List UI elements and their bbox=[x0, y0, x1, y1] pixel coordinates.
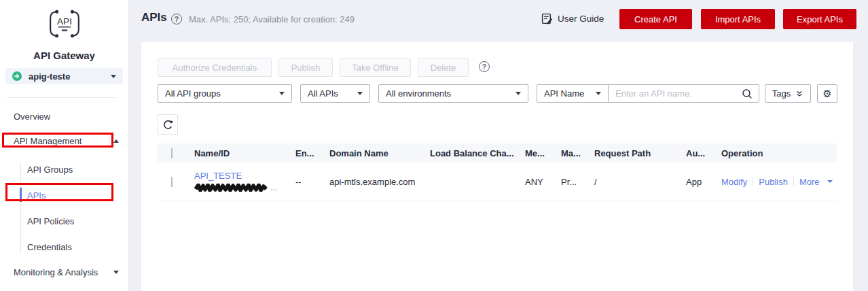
op-separator bbox=[793, 177, 794, 186]
row-domain: api-mtls.example.com bbox=[324, 177, 424, 187]
chevron-down-icon bbox=[357, 92, 363, 95]
sidebar-item-api-policies[interactable]: API Policies bbox=[27, 216, 119, 227]
delete-button[interactable]: Delete bbox=[418, 58, 469, 77]
col-header-env: En... bbox=[290, 148, 324, 158]
quota-text: Max. APIs: 250; Available for creation: … bbox=[189, 14, 355, 24]
op-separator bbox=[753, 177, 753, 186]
environment-filter-select[interactable]: All environments bbox=[378, 84, 528, 103]
document-pen-icon bbox=[541, 13, 553, 24]
tags-button[interactable]: Tags bbox=[765, 84, 811, 103]
export-apis-button[interactable]: Export APIs bbox=[783, 9, 856, 29]
help-icon[interactable]: ? bbox=[479, 61, 490, 72]
redacted-id-ellipsis: ... bbox=[270, 183, 277, 192]
sidebar-divider bbox=[7, 97, 116, 98]
api-table: Name/ID En... Domain Name Load Balance C… bbox=[158, 143, 837, 201]
double-chevron-down-icon bbox=[795, 90, 803, 98]
search-input[interactable] bbox=[609, 85, 742, 102]
instance-name: apig-teste bbox=[29, 71, 70, 82]
sidebar-title: API Gateway bbox=[0, 50, 128, 61]
col-header-name-id: Name/ID bbox=[189, 148, 290, 158]
search-combo: API Name bbox=[537, 84, 759, 103]
chevron-up-icon bbox=[113, 139, 119, 143]
row-env: -- bbox=[290, 177, 324, 187]
api-type-filter-select[interactable]: All APIs bbox=[300, 84, 370, 103]
sidebar-item-overview[interactable]: Overview bbox=[14, 111, 119, 122]
chevron-down-icon bbox=[113, 271, 119, 274]
table-header-row: Name/ID En... Domain Name Load Balance C… bbox=[158, 143, 837, 162]
search-icon[interactable] bbox=[742, 85, 759, 102]
refresh-icon bbox=[162, 119, 174, 131]
sidebar-item-api-management[interactable]: API Management bbox=[14, 135, 119, 147]
instance-selector[interactable]: apig-teste bbox=[5, 68, 123, 84]
content-card: Authorize Credentials Publish Take Offli… bbox=[141, 42, 853, 291]
row-request-path: / bbox=[589, 177, 681, 187]
row-auth: App bbox=[681, 177, 716, 187]
chevron-down-icon bbox=[279, 92, 285, 95]
sidebar-item-credentials[interactable]: Credentials bbox=[27, 241, 119, 253]
sidebar-item-monitoring[interactable]: Monitoring & Analysis bbox=[14, 267, 119, 278]
redacted-id-scribble bbox=[194, 184, 269, 192]
take-offline-button[interactable]: Take Offline bbox=[340, 58, 411, 77]
table-row: API_TESTE ... -- api-mtls.example.com AN… bbox=[158, 162, 837, 201]
row-matching: Pr... bbox=[556, 177, 589, 187]
active-item-indicator bbox=[20, 188, 22, 202]
search-field-select[interactable]: API Name bbox=[537, 85, 609, 102]
col-header-load-balance: Load Balance Cha... bbox=[424, 148, 520, 158]
api-name-link[interactable]: API_TESTE bbox=[194, 171, 290, 181]
chevron-down-icon bbox=[596, 92, 601, 95]
chevron-down-icon bbox=[827, 180, 833, 183]
api-gateway-console: API API Gateway apig-teste Overview API … bbox=[0, 0, 868, 291]
api-gateway-logo-icon: API bbox=[0, 7, 128, 41]
col-header-auth: Au... bbox=[681, 148, 716, 158]
modify-link[interactable]: Modify bbox=[721, 177, 747, 187]
import-apis-button[interactable]: Import APIs bbox=[701, 9, 775, 29]
user-guide-link[interactable]: User Guide bbox=[541, 13, 604, 24]
col-header-request-path: Request Path bbox=[589, 148, 681, 158]
sidebar-item-api-groups[interactable]: API Groups bbox=[27, 164, 119, 175]
api-group-filter-select[interactable]: All API groups bbox=[158, 84, 292, 103]
row-checkbox[interactable] bbox=[171, 177, 173, 187]
chevron-down-icon bbox=[516, 92, 521, 95]
page-title: APIs bbox=[141, 11, 167, 24]
row-method: ANY bbox=[520, 177, 556, 187]
col-header-operation: Operation bbox=[716, 148, 837, 158]
help-icon[interactable]: ? bbox=[171, 14, 182, 24]
nav-tree-line bbox=[20, 162, 21, 253]
settings-button[interactable]: ⚙ bbox=[817, 84, 837, 103]
authorize-credentials-button[interactable]: Authorize Credentials bbox=[158, 58, 272, 77]
refresh-button[interactable] bbox=[158, 114, 178, 135]
create-api-button[interactable]: Create API bbox=[619, 9, 692, 29]
instance-status-icon bbox=[12, 71, 22, 81]
sidebar: API API Gateway apig-teste Overview API … bbox=[0, 0, 129, 291]
chevron-down-icon bbox=[111, 75, 116, 78]
select-all-checkbox[interactable] bbox=[171, 148, 173, 158]
col-header-method: Me... bbox=[520, 148, 556, 158]
more-link[interactable]: More bbox=[799, 177, 820, 187]
gear-icon: ⚙ bbox=[822, 88, 831, 100]
publish-link[interactable]: Publish bbox=[759, 177, 788, 187]
col-header-domain: Domain Name bbox=[324, 148, 424, 158]
publish-button[interactable]: Publish bbox=[278, 58, 333, 77]
svg-text:API: API bbox=[57, 16, 72, 27]
sidebar-item-apis[interactable]: APIs bbox=[27, 190, 119, 201]
col-header-matching: Ma... bbox=[556, 148, 589, 158]
